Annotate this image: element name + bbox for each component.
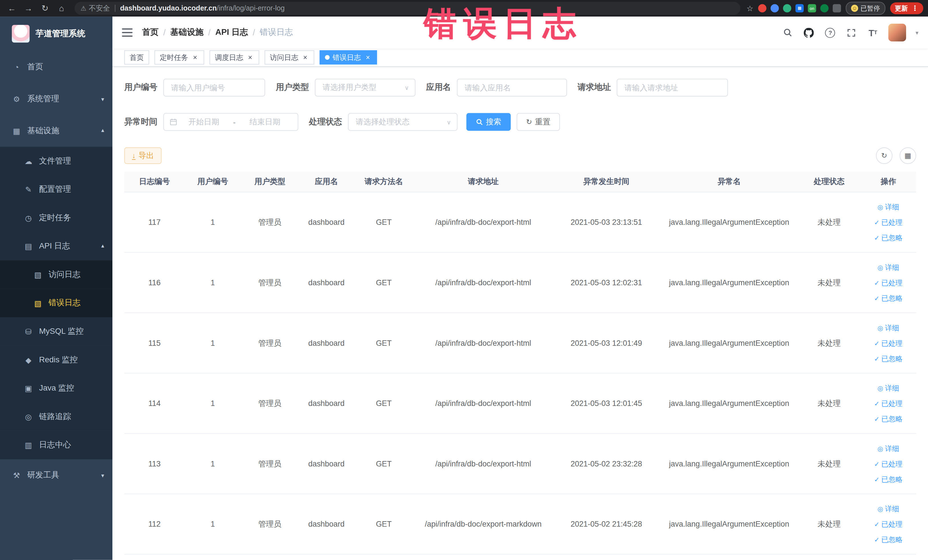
help-icon[interactable]: ? bbox=[824, 26, 836, 38]
action-detail-link[interactable]: ◎详细 bbox=[878, 320, 899, 335]
close-icon[interactable]: × bbox=[191, 53, 199, 61]
breadcrumb-item[interactable]: 基础设施 bbox=[170, 27, 203, 38]
action-label: 已处理 bbox=[881, 275, 903, 290]
divider bbox=[114, 5, 115, 12]
range-separator: - bbox=[231, 117, 238, 127]
sidebar-item-dev-tools[interactable]: ⚒研发工具▾ bbox=[0, 459, 112, 491]
action-ignore-link[interactable]: ✓已忽略 bbox=[874, 532, 903, 547]
home-icon[interactable]: ⌂ bbox=[55, 2, 69, 15]
back-icon[interactable]: ← bbox=[5, 2, 19, 15]
search-icon[interactable] bbox=[781, 26, 793, 38]
action-processed-link[interactable]: ✓已处理 bbox=[874, 396, 903, 411]
action-detail-link[interactable]: ◎详细 bbox=[878, 501, 899, 516]
action-detail-link[interactable]: ◎详细 bbox=[878, 380, 899, 396]
sidebar-item-config[interactable]: ✎配置管理 bbox=[0, 175, 112, 204]
hamburger-icon[interactable] bbox=[122, 29, 132, 37]
action-ignore-link[interactable]: ✓已忽略 bbox=[874, 290, 903, 306]
search-button[interactable]: 搜索 bbox=[466, 113, 511, 131]
github-icon[interactable] bbox=[803, 26, 815, 38]
action-detail-link[interactable]: ◎详细 bbox=[878, 441, 899, 456]
action-ignore-link[interactable]: ✓已忽略 bbox=[874, 471, 903, 487]
action-ignore-link[interactable]: ✓已忽略 bbox=[874, 351, 903, 366]
extension-blue-drop-icon[interactable] bbox=[771, 4, 779, 12]
bookmark-star-icon[interactable]: ☆ bbox=[746, 4, 753, 12]
sidebar-item-access-log[interactable]: ▧访问日志 bbox=[0, 261, 112, 289]
action-ignore-link[interactable]: ✓已忽略 bbox=[874, 411, 903, 426]
tag-item[interactable]: 调度日志× bbox=[209, 50, 259, 64]
extension-gray-puzzle-icon[interactable] bbox=[833, 4, 841, 12]
sidebar-item-infra[interactable]: ▦基础设施▾ bbox=[0, 115, 112, 146]
extension-green-leaf-icon[interactable] bbox=[820, 4, 829, 12]
action-detail-link[interactable]: ◎详细 bbox=[878, 199, 899, 215]
user-avatar[interactable] bbox=[888, 24, 906, 41]
chevron-down-icon: ▾ bbox=[101, 96, 104, 102]
column-header: 请求地址 bbox=[414, 172, 553, 192]
sidebar-item-java[interactable]: ▣Java 监控 bbox=[0, 374, 112, 403]
sidebar-item-job[interactable]: ◷定时任务 bbox=[0, 204, 112, 232]
sidebar-item-api-log[interactable]: ▤API 日志▾ bbox=[0, 232, 112, 261]
paused-badge[interactable]: ☺ 已暂停 bbox=[846, 2, 885, 15]
close-icon[interactable]: × bbox=[246, 53, 254, 61]
cell-actions: ◎详细✓已处理✓已忽略 bbox=[860, 192, 917, 252]
cell-status: 未处理 bbox=[798, 192, 860, 252]
cell-user-id: 1 bbox=[185, 192, 241, 252]
reset-button[interactable]: ↻ 重置 bbox=[517, 113, 560, 131]
tag-item[interactable]: 首页 bbox=[124, 50, 149, 64]
close-icon[interactable]: × bbox=[301, 53, 309, 61]
column-settings-button[interactable]: ▦ bbox=[899, 148, 916, 164]
sidebar-item-log-center[interactable]: ▥日志中心 bbox=[0, 431, 112, 459]
check-icon: ✓ bbox=[874, 290, 879, 306]
request-url-input[interactable] bbox=[617, 79, 728, 96]
sidebar-item-mysql[interactable]: ⛁MySQL 监控 bbox=[0, 317, 112, 346]
forward-icon[interactable]: → bbox=[21, 2, 36, 15]
column-header: 用户编号 bbox=[185, 172, 241, 192]
menu-kebab-icon[interactable]: ⋮ bbox=[911, 4, 919, 12]
action-ignore-link[interactable]: ✓已忽略 bbox=[874, 230, 903, 245]
sidebar-item-trace[interactable]: ◎链路追踪 bbox=[0, 403, 112, 431]
tag-item[interactable]: 定时任务× bbox=[154, 50, 204, 64]
export-button[interactable]: ↓ 导出 bbox=[124, 148, 162, 164]
close-icon[interactable]: × bbox=[364, 53, 372, 61]
sidebar-item-file[interactable]: ☁文件管理 bbox=[0, 147, 112, 175]
breadcrumb-item[interactable]: 首页 bbox=[142, 27, 159, 38]
action-processed-link[interactable]: ✓已处理 bbox=[874, 335, 903, 351]
address-bar[interactable]: ⚠ 不安全 dashboard.yudao.iocoder.cn/infra/l… bbox=[75, 2, 740, 15]
action-processed-link[interactable]: ✓已处理 bbox=[874, 456, 903, 471]
cell-user-type: 管理员 bbox=[241, 192, 299, 252]
cell-user-type: 管理员 bbox=[241, 494, 299, 554]
sidebar-item-system[interactable]: ⚙系统管理▾ bbox=[0, 83, 112, 115]
cell-actions: ◎详细✓已处理✓已忽略 bbox=[860, 253, 917, 313]
action-processed-link[interactable]: ✓已处理 bbox=[874, 516, 903, 532]
sidebar-item-label: Redis 监控 bbox=[39, 355, 78, 365]
font-size-icon[interactable]: TT bbox=[867, 26, 879, 38]
browser-nav: ← → ↻ ⌂ bbox=[5, 2, 69, 15]
cell-url: /api/infra/db-doc/export-html bbox=[414, 253, 553, 313]
action-processed-link[interactable]: ✓已处理 bbox=[874, 215, 903, 230]
action-detail-link[interactable]: ◎详细 bbox=[878, 259, 899, 275]
exception-time-range-picker[interactable]: 开始日期 - 结束日期 bbox=[163, 113, 298, 131]
update-button[interactable]: 更新 ⋮ bbox=[890, 2, 923, 14]
extension-green-circle-icon[interactable] bbox=[783, 4, 791, 12]
extension-red-circle-icon[interactable] bbox=[758, 4, 766, 12]
tag-active[interactable]: 错误日志× bbox=[319, 50, 377, 64]
sidebar-item-home[interactable]: ◔首页 bbox=[0, 51, 112, 83]
sidebar-item-error-log[interactable]: ▧错误日志 bbox=[0, 289, 112, 317]
page: ← → ↻ ⌂ ⚠ 不安全 dashboard.yudao.iocoder.cn… bbox=[0, 0, 928, 560]
action-label: 已忽略 bbox=[881, 411, 903, 426]
extension-blue-grid-icon[interactable]: ▦ bbox=[795, 4, 804, 12]
user-id-input[interactable] bbox=[163, 79, 265, 96]
tag-item[interactable]: 访问日志× bbox=[264, 50, 314, 64]
user-type-select[interactable]: 请选择用户类型 ∨ bbox=[315, 79, 416, 96]
breadcrumb-item[interactable]: API 日志 bbox=[215, 27, 248, 38]
extension-green-on-toggle-icon[interactable]: on bbox=[808, 4, 816, 12]
reset-label: 重置 bbox=[535, 117, 551, 127]
avatar-dropdown-caret-icon[interactable]: ▾ bbox=[916, 29, 918, 36]
fullscreen-icon[interactable] bbox=[846, 26, 858, 38]
sidebar-item-redis[interactable]: ◆Redis 监控 bbox=[0, 346, 112, 374]
refresh-button[interactable]: ↻ bbox=[876, 148, 892, 164]
app-name-input[interactable] bbox=[457, 79, 567, 96]
calendar-icon bbox=[170, 118, 177, 125]
process-status-select[interactable]: 请选择处理状态 ∨ bbox=[348, 113, 458, 131]
action-processed-link[interactable]: ✓已处理 bbox=[874, 275, 903, 290]
reload-icon[interactable]: ↻ bbox=[38, 2, 52, 15]
